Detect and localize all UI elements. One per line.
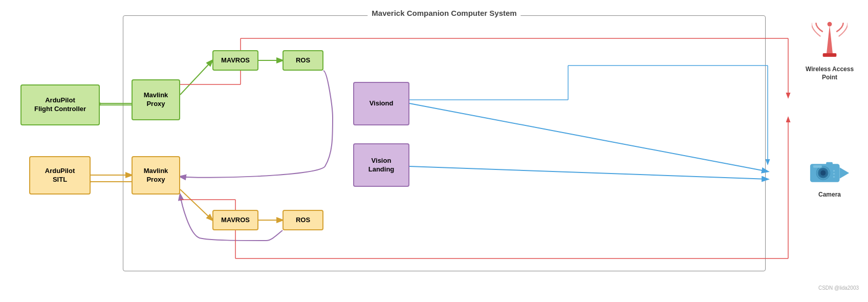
mavros-top-block: MAVROS — [212, 50, 258, 71]
diagram-container: Maverick Companion Computer System — [5, 5, 863, 292]
svg-rect-23 — [823, 53, 837, 57]
svg-point-28 — [820, 170, 826, 176]
vision-landing-block: VisionLanding — [353, 143, 409, 187]
svg-point-35 — [833, 176, 835, 178]
mavlink-proxy-bottom-label: MavlinkProxy — [144, 167, 168, 184]
ros-bottom-label: ROS — [296, 216, 310, 225]
svg-rect-30 — [826, 162, 833, 166]
camera-icon — [807, 159, 853, 187]
camera-label: Camera — [799, 191, 860, 198]
camera-area: Camera — [799, 159, 860, 198]
companion-title: Maverick Companion Computer System — [367, 9, 520, 17]
wireless-ap-icon — [812, 20, 848, 61]
mavros-bottom-block: MAVROS — [212, 210, 258, 230]
svg-point-24 — [828, 22, 832, 27]
watermark: CSDN @lida2003 — [818, 285, 859, 291]
visionod-block: Visiond — [353, 82, 409, 125]
wireless-ap-label: Wireless Access Point — [799, 66, 860, 81]
mavlink-proxy-bottom-block: MavlinkProxy — [132, 156, 180, 195]
svg-point-33 — [833, 170, 835, 171]
mavlink-proxy-top-block: MavlinkProxy — [132, 79, 180, 120]
mavros-top-label: MAVROS — [221, 56, 250, 65]
svg-marker-32 — [839, 167, 849, 179]
ardupilot-fc-label: ArduPilotFlight Controller — [34, 96, 86, 114]
svg-point-34 — [833, 173, 835, 175]
ardupilot-sitl-block: ArduPilotSITL — [29, 156, 91, 195]
svg-marker-22 — [827, 25, 833, 55]
wireless-ap-area: Wireless Access Point — [799, 20, 860, 81]
mavros-bottom-label: MAVROS — [221, 216, 250, 225]
ardupilot-fc-block: ArduPilotFlight Controller — [20, 84, 100, 125]
vision-landing-label: VisionLanding — [368, 157, 395, 174]
mavlink-proxy-top-label: MavlinkProxy — [144, 91, 168, 109]
visionod-label: Visiond — [370, 99, 394, 108]
ros-top-label: ROS — [296, 56, 310, 65]
ardupilot-sitl-label: ArduPilotSITL — [45, 167, 75, 184]
ros-top-block: ROS — [283, 50, 323, 71]
ros-bottom-block: ROS — [283, 210, 323, 230]
